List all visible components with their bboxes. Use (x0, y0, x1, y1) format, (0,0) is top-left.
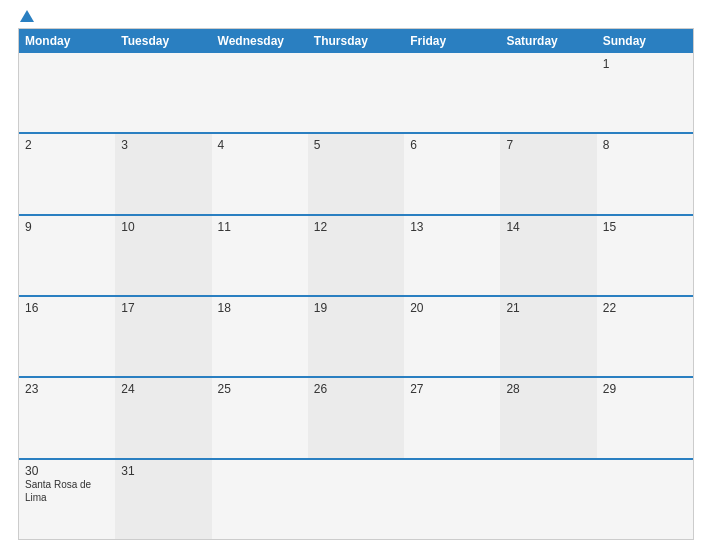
calendar-header-row: MondayTuesdayWednesdayThursdayFridaySatu… (19, 29, 693, 53)
calendar-cell (500, 53, 596, 132)
calendar-cell: 3 (115, 134, 211, 213)
calendar-week-2: 2345678 (19, 132, 693, 213)
day-number: 5 (314, 138, 398, 152)
calendar-cell: 7 (500, 134, 596, 213)
day-header-friday: Friday (404, 29, 500, 53)
day-number: 31 (121, 464, 205, 478)
day-number: 3 (121, 138, 205, 152)
day-number: 20 (410, 301, 494, 315)
day-header-tuesday: Tuesday (115, 29, 211, 53)
day-number: 27 (410, 382, 494, 396)
calendar-cell: 26 (308, 378, 404, 457)
day-number: 14 (506, 220, 590, 234)
header (18, 10, 694, 22)
day-number: 10 (121, 220, 205, 234)
day-number: 1 (603, 57, 687, 71)
event-label: Santa Rosa de Lima (25, 479, 91, 503)
calendar-cell: 13 (404, 216, 500, 295)
day-number: 25 (218, 382, 302, 396)
day-header-monday: Monday (19, 29, 115, 53)
day-number: 11 (218, 220, 302, 234)
day-number: 8 (603, 138, 687, 152)
calendar-week-4: 16171819202122 (19, 295, 693, 376)
calendar-cell: 17 (115, 297, 211, 376)
calendar-week-6: 30Santa Rosa de Lima31 (19, 458, 693, 539)
calendar-grid: MondayTuesdayWednesdayThursdayFridaySatu… (18, 28, 694, 540)
day-number: 17 (121, 301, 205, 315)
calendar-cell (308, 460, 404, 539)
calendar-cell: 12 (308, 216, 404, 295)
day-number: 2 (25, 138, 109, 152)
calendar-cell: 18 (212, 297, 308, 376)
calendar-cell (500, 460, 596, 539)
calendar-cell: 24 (115, 378, 211, 457)
day-number: 26 (314, 382, 398, 396)
calendar-cell: 31 (115, 460, 211, 539)
calendar-cell: 6 (404, 134, 500, 213)
day-header-sunday: Sunday (597, 29, 693, 53)
calendar-cell: 8 (597, 134, 693, 213)
calendar-cell: 10 (115, 216, 211, 295)
calendar-cell (404, 53, 500, 132)
day-number: 9 (25, 220, 109, 234)
day-header-saturday: Saturday (500, 29, 596, 53)
calendar-cell (19, 53, 115, 132)
calendar-week-1: 1 (19, 53, 693, 132)
calendar-body: 1234567891011121314151617181920212223242… (19, 53, 693, 539)
day-number: 23 (25, 382, 109, 396)
day-number: 28 (506, 382, 590, 396)
calendar-cell (308, 53, 404, 132)
day-number: 12 (314, 220, 398, 234)
calendar-cell: 11 (212, 216, 308, 295)
calendar-cell (212, 460, 308, 539)
calendar-cell: 19 (308, 297, 404, 376)
calendar-cell: 30Santa Rosa de Lima (19, 460, 115, 539)
day-number: 22 (603, 301, 687, 315)
calendar-cell: 15 (597, 216, 693, 295)
day-number: 24 (121, 382, 205, 396)
day-number: 7 (506, 138, 590, 152)
calendar-cell: 27 (404, 378, 500, 457)
day-header-thursday: Thursday (308, 29, 404, 53)
calendar-cell: 28 (500, 378, 596, 457)
logo (20, 10, 37, 22)
calendar-cell: 5 (308, 134, 404, 213)
day-header-wednesday: Wednesday (212, 29, 308, 53)
calendar-cell: 1 (597, 53, 693, 132)
calendar-week-3: 9101112131415 (19, 214, 693, 295)
calendar-cell: 14 (500, 216, 596, 295)
calendar-cell (115, 53, 211, 132)
calendar-cell: 16 (19, 297, 115, 376)
calendar-cell: 29 (597, 378, 693, 457)
day-number: 21 (506, 301, 590, 315)
calendar-cell (404, 460, 500, 539)
calendar-week-5: 23242526272829 (19, 376, 693, 457)
calendar-cell: 20 (404, 297, 500, 376)
day-number: 29 (603, 382, 687, 396)
calendar-cell: 25 (212, 378, 308, 457)
day-number: 13 (410, 220, 494, 234)
calendar-cell: 21 (500, 297, 596, 376)
calendar-cell: 23 (19, 378, 115, 457)
calendar-cell: 9 (19, 216, 115, 295)
day-number: 6 (410, 138, 494, 152)
day-number: 19 (314, 301, 398, 315)
logo-blue-row (20, 10, 37, 22)
calendar-cell: 4 (212, 134, 308, 213)
calendar-cell (212, 53, 308, 132)
calendar-cell (597, 460, 693, 539)
day-number: 16 (25, 301, 109, 315)
calendar-page: MondayTuesdayWednesdayThursdayFridaySatu… (0, 0, 712, 550)
logo-triangle-icon (20, 10, 34, 22)
day-number: 15 (603, 220, 687, 234)
day-number: 4 (218, 138, 302, 152)
day-number: 18 (218, 301, 302, 315)
day-number: 30 (25, 464, 109, 478)
calendar-cell: 22 (597, 297, 693, 376)
calendar-cell: 2 (19, 134, 115, 213)
